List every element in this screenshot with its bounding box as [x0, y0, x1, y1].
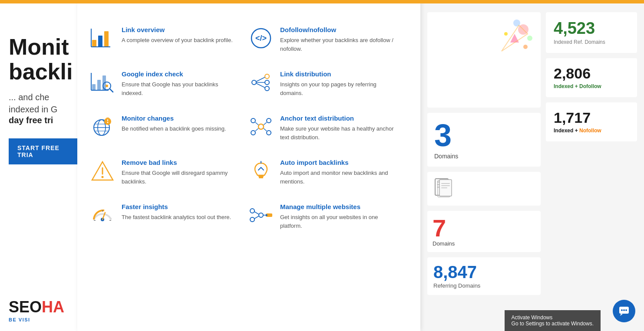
start-free-trial-button[interactable]: START FREE TRIA [9, 138, 77, 164]
left-panel: Monitbackli ... and cheindexed in G day … [0, 0, 77, 331]
svg-point-65 [523, 45, 528, 49]
feature-remove-bad-links-text: Remove bad links Ensure that Google will… [122, 159, 240, 186]
svg-rect-0 [92, 40, 96, 47]
svg-point-55 [259, 213, 263, 217]
svg-line-46 [258, 167, 261, 170]
svg-rect-7 [92, 84, 96, 90]
svg-text:</>: </> [255, 34, 267, 43]
svg-rect-73 [441, 185, 450, 186]
feature-desc: Make sure your website has a healthy anc… [280, 125, 399, 141]
celebration-card [427, 12, 541, 108]
svg-rect-1 [98, 36, 102, 47]
svg-point-14 [106, 85, 108, 87]
feature-link-distribution[interactable]: Link distribution Insights on your top p… [249, 62, 407, 106]
svg-point-30 [107, 122, 109, 123]
feature-desc: Get insights on all your websites in one… [280, 213, 399, 230]
svg-point-33 [267, 118, 271, 123]
svg-rect-44 [259, 177, 263, 178]
feature-dofollow-text: Dofollow/nofollow Explore whether your b… [280, 26, 399, 53]
indexed-nofollow-number: 1,717 [554, 110, 629, 125]
features-grid: Link overview A complete overview of you… [90, 17, 407, 239]
feature-remove-bad-links[interactable]: Remove bad links Ensure that Google will… [90, 150, 249, 194]
feature-manage-websites[interactable]: Manage multiple websites Get insights on… [249, 194, 407, 239]
feature-faster-insights[interactable]: Faster insights The fastest backlink ana… [90, 194, 249, 239]
indexed-ref-domains-card: 4,523 Indexed Ref. Domains [546, 12, 637, 53]
domains-card: 3 Domains [427, 113, 541, 167]
ref-domains-label: Domains [433, 240, 535, 247]
svg-point-17 [265, 80, 269, 85]
feature-desc: Ensure that Google has your backlinks in… [122, 80, 240, 97]
feature-auto-import-text: Auto import backlinks Auto import and mo… [280, 159, 399, 186]
feature-title: Dofollow/nofollow [280, 26, 399, 33]
top-bar [0, 0, 644, 3]
svg-point-42 [102, 176, 104, 178]
svg-line-47 [261, 167, 264, 170]
svg-rect-8 [97, 80, 101, 90]
svg-line-37 [264, 122, 267, 125]
feature-title: Google index check [122, 70, 240, 78]
svg-line-57 [254, 212, 259, 214]
hero-subtext: ... and cheindexed in G [9, 91, 77, 115]
feature-title: Auto import backlinks [280, 159, 399, 166]
svg-line-38 [255, 128, 258, 131]
red-number: 7 [433, 216, 535, 240]
lightbulb-icon [249, 159, 273, 183]
svg-point-15 [252, 80, 256, 85]
svg-point-78 [625, 309, 627, 311]
feature-desc: Auto import and monitor new backlinks an… [280, 169, 399, 186]
svg-rect-72 [441, 183, 450, 184]
svg-point-18 [265, 86, 269, 91]
referring-domains-label: Referring Domains [433, 282, 535, 289]
trial-text: day free tri [9, 115, 77, 125]
svg-point-16 [265, 74, 269, 79]
feature-dofollow-nofollow[interactable]: </> Dofollow/nofollow Explore whether yo… [249, 17, 407, 62]
svg-rect-2 [104, 31, 109, 47]
feature-google-index[interactable]: Google index check Ensure that Google ha… [90, 62, 249, 106]
feature-monitor-changes[interactable]: Monitor changes Be notified when a backl… [90, 106, 249, 150]
svg-line-36 [255, 122, 258, 125]
feature-anchor-text[interactable]: Anchor text distribution Make sure your … [249, 106, 407, 150]
svg-line-39 [264, 128, 267, 131]
globe-alert-icon [90, 115, 115, 139]
warning-icon [90, 159, 115, 183]
svg-line-58 [254, 216, 259, 219]
feature-google-index-text: Google index check Ensure that Google ha… [122, 70, 240, 97]
domains-number: 3 [434, 120, 534, 151]
feature-title: Anchor text distribution [280, 115, 399, 122]
indexed-dofollow-card: 2,806 Indexed + Dofollow [546, 58, 637, 97]
right-panel: 3 Domains 7 [420, 0, 644, 331]
share-icon [249, 70, 273, 95]
windows-line1: Activate Windows [512, 315, 594, 321]
feature-title: Manage multiple websites [280, 203, 399, 210]
svg-rect-74 [441, 187, 447, 188]
feature-link-overview[interactable]: Link overview A complete overview of you… [90, 17, 249, 62]
svg-point-27 [104, 118, 111, 125]
node-icon [249, 115, 273, 139]
referring-domains-card: 8,847 Referring Domains [427, 257, 541, 295]
svg-point-35 [267, 131, 271, 135]
windows-line2: Go to Settings to activate Windows. [512, 321, 594, 327]
feature-desc: Insights on your top pages by referring … [280, 80, 399, 97]
code-circle-icon: </> [249, 26, 273, 50]
feature-desc: Ensure that Google will disregard spammy… [122, 169, 240, 186]
dropdown-panel: Link overview A complete overview of you… [77, 0, 420, 331]
feature-faster-insights-text: Faster insights The fastest backlink ana… [122, 203, 231, 222]
red-domains-card: 7 Domains [427, 211, 541, 252]
svg-point-32 [251, 118, 255, 123]
svg-point-63 [527, 36, 532, 41]
svg-point-31 [258, 124, 264, 129]
windows-activation-overlay: Activate Windows Go to Settings to activ… [505, 310, 601, 331]
feature-monitor-changes-text: Monitor changes Be notified when a backl… [122, 115, 226, 133]
referring-domains-number: 8,847 [433, 263, 535, 281]
indexed-nofollow-card: 1,717 Indexed + Nofollow [546, 102, 637, 141]
svg-point-77 [623, 309, 625, 311]
chat-button[interactable] [613, 300, 635, 322]
feature-manage-websites-text: Manage multiple websites Get insights on… [280, 203, 399, 230]
feature-desc: Be notified when a backlink goes missing… [122, 125, 226, 133]
feature-title: Remove bad links [122, 159, 240, 166]
feature-auto-import[interactable]: Auto import backlinks Auto import and mo… [249, 150, 407, 194]
speedometer-icon [90, 203, 115, 227]
svg-line-13 [110, 89, 113, 92]
feature-title: Monitor changes [122, 115, 226, 122]
feature-link-overview-text: Link overview A complete overview of you… [122, 26, 233, 45]
